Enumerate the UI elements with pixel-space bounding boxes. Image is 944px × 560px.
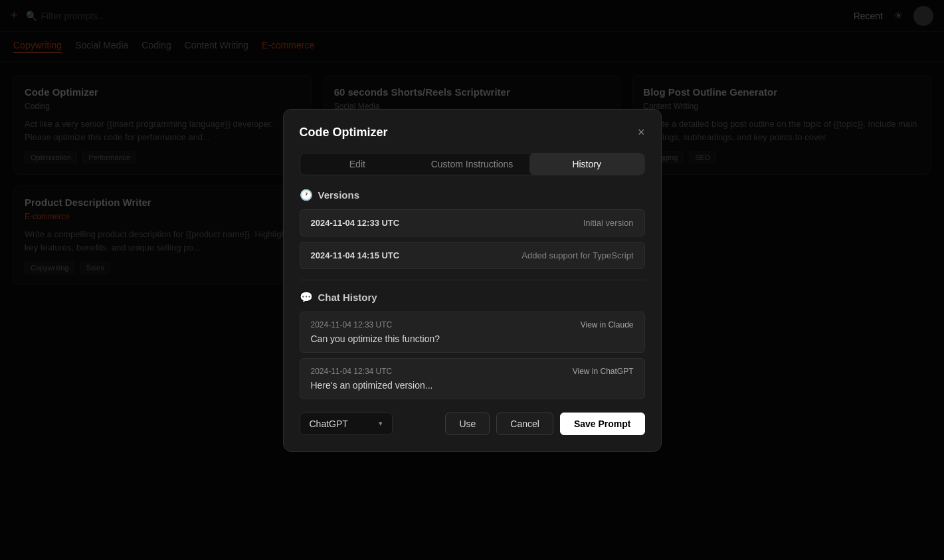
chat-row-1[interactable]: 2024-11-04 12:33 UTC View in Claude Can … xyxy=(300,312,645,353)
divider xyxy=(300,280,645,280)
modal: Code Optimizer × Edit Custom Instruction… xyxy=(283,109,662,452)
versions-heading: Versions xyxy=(318,189,360,201)
chat-date-2: 2024-11-04 12:34 UTC xyxy=(311,367,393,376)
clock-icon: 🕐 xyxy=(300,189,313,201)
version-label-2: Added support for TypeScript xyxy=(521,250,633,260)
close-button[interactable]: × xyxy=(638,126,645,138)
chat-history-section-header: 💬 Chat History xyxy=(300,291,645,304)
chat-message-1: Can you optimize this function? xyxy=(311,333,634,344)
version-label-1: Initial version xyxy=(583,218,634,228)
chat-row-header-2: 2024-11-04 12:34 UTC View in ChatGPT xyxy=(311,367,634,376)
tab-history[interactable]: History xyxy=(529,153,644,175)
dropdown-label: ChatGPT xyxy=(310,419,348,429)
use-button[interactable]: Use xyxy=(445,413,490,435)
modal-header: Code Optimizer × xyxy=(300,126,645,140)
chat-row-header-1: 2024-11-04 12:33 UTC View in Claude xyxy=(311,320,634,329)
chevron-down-icon: ▾ xyxy=(379,419,383,428)
tab-custom-instructions[interactable]: Custom Instructions xyxy=(415,153,529,175)
tab-edit[interactable]: Edit xyxy=(300,153,415,175)
chat-row-2[interactable]: 2024-11-04 12:34 UTC View in ChatGPT Her… xyxy=(300,358,645,399)
version-date-1: 2024-11-04 12:33 UTC xyxy=(311,218,400,228)
modal-overlay[interactable]: Code Optimizer × Edit Custom Instruction… xyxy=(0,0,944,560)
chat-icon: 💬 xyxy=(300,291,313,304)
modal-tabs: Edit Custom Instructions History xyxy=(300,153,645,175)
ai-model-dropdown[interactable]: ChatGPT ▾ xyxy=(300,413,393,435)
modal-title: Code Optimizer xyxy=(300,126,388,140)
chat-message-2: Here's an optimized version... xyxy=(311,380,634,391)
chat-history-heading: Chat History xyxy=(318,292,377,303)
view-in-claude-link[interactable]: View in Claude xyxy=(581,320,634,329)
versions-section-header: 🕐 Versions xyxy=(300,189,645,201)
chat-date-1: 2024-11-04 12:33 UTC xyxy=(311,320,393,329)
save-prompt-button[interactable]: Save Prompt xyxy=(560,413,645,435)
cancel-button[interactable]: Cancel xyxy=(496,413,553,435)
view-in-chatgpt-link[interactable]: View in ChatGPT xyxy=(573,367,634,376)
version-row-1[interactable]: 2024-11-04 12:33 UTC Initial version xyxy=(300,209,645,236)
version-row-2[interactable]: 2024-11-04 14:15 UTC Added support for T… xyxy=(300,242,645,269)
modal-footer: ChatGPT ▾ Use Cancel Save Prompt xyxy=(300,413,645,435)
version-date-2: 2024-11-04 14:15 UTC xyxy=(311,250,400,260)
